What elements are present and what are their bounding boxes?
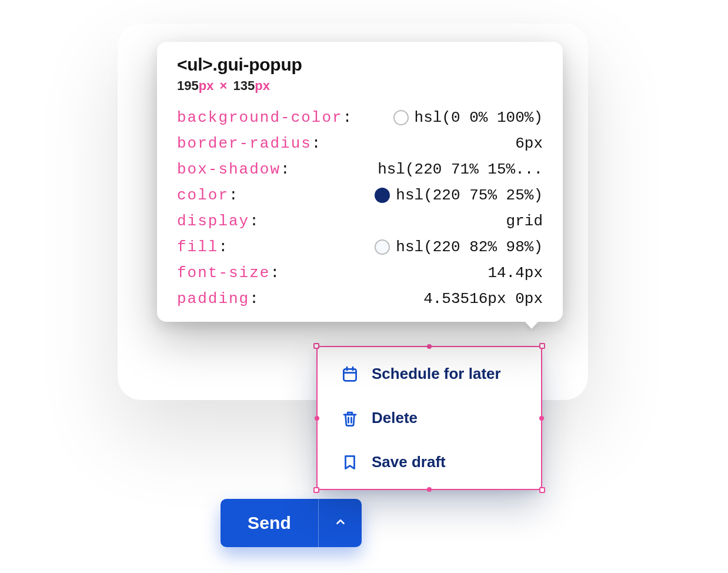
devtools-style-value: hsl(220 71% 15%... [378, 161, 543, 178]
selection-handle-icon [539, 487, 545, 493]
devtools-style-value: 6px [515, 135, 543, 152]
popup-item-label: Schedule for later [372, 365, 501, 383]
send-button[interactable]: Send [221, 499, 318, 547]
devtools-element-tooltip: <ul>.gui-popup 195px × 135px background-… [157, 42, 563, 322]
devtools-selector-class: .gui-popup [213, 55, 302, 74]
devtools-style-row: fill: hsl(220 82% 98%) [177, 238, 543, 256]
devtools-style-value: hsl(0 0% 100%) [393, 109, 543, 126]
devtools-style-key: padding: [177, 290, 259, 308]
gui-popup-menu[interactable]: Schedule for later Delete Save draft [318, 347, 541, 489]
popup-item-save-draft[interactable]: Save draft [318, 440, 541, 484]
devtools-style-row: background-color: hsl(0 0% 100%) [177, 109, 543, 126]
trash-icon [341, 409, 359, 427]
devtools-width-unit: px [199, 78, 214, 93]
devtools-style-key: font-size: [177, 264, 279, 282]
devtools-style-key: display: [177, 212, 259, 230]
svg-rect-0 [343, 369, 356, 381]
bookmark-icon [341, 454, 359, 471]
popup-item-label: Delete [372, 409, 418, 427]
popup-item-delete[interactable]: Delete [318, 396, 541, 440]
devtools-selector-tag: <ul> [177, 55, 213, 74]
devtools-style-row: display: grid [177, 212, 543, 230]
devtools-style-value: hsl(220 75% 25%) [375, 186, 543, 204]
devtools-style-key: fill: [177, 238, 228, 256]
devtools-style-row: color: hsl(220 75% 25%) [177, 186, 543, 204]
color-swatch-icon [393, 110, 409, 125]
calendar-icon [341, 365, 359, 383]
devtools-times: × [220, 78, 228, 93]
devtools-style-row: padding: 4.53516px 0px [177, 290, 543, 308]
chevron-up-icon [334, 515, 347, 531]
devtools-style-value: hsl(220 82% 98%) [375, 238, 543, 256]
devtools-height-unit: px [255, 78, 270, 93]
send-split-button[interactable]: Send [221, 499, 362, 547]
send-more-button[interactable] [318, 499, 362, 547]
devtools-dimensions: 195px × 135px [177, 78, 543, 94]
devtools-style-row: border-radius: 6px [177, 135, 543, 152]
devtools-style-key: background-color: [177, 109, 352, 126]
popup-item-schedule[interactable]: Schedule for later [318, 352, 541, 396]
devtools-style-value: 4.53516px 0px [423, 290, 543, 308]
devtools-width-value: 195 [177, 78, 199, 93]
devtools-selector: <ul>.gui-popup [177, 55, 543, 75]
color-swatch-icon [375, 239, 390, 255]
devtools-style-key: box-shadow: [177, 161, 290, 178]
devtools-style-list: background-color: hsl(0 0% 100%) border-… [177, 109, 543, 308]
devtools-style-row: box-shadow: hsl(220 71% 15%... [177, 161, 543, 178]
devtools-style-value: grid [506, 212, 543, 230]
devtools-style-row: font-size: 14.4px [177, 264, 543, 282]
devtools-style-key: color: [177, 186, 238, 204]
devtools-style-value: 14.4px [487, 264, 543, 282]
send-button-label: Send [248, 513, 291, 532]
popup-item-label: Save draft [372, 453, 446, 471]
color-swatch-icon [375, 188, 390, 203]
devtools-style-key: border-radius: [177, 135, 320, 152]
devtools-height-value: 135 [233, 78, 255, 93]
